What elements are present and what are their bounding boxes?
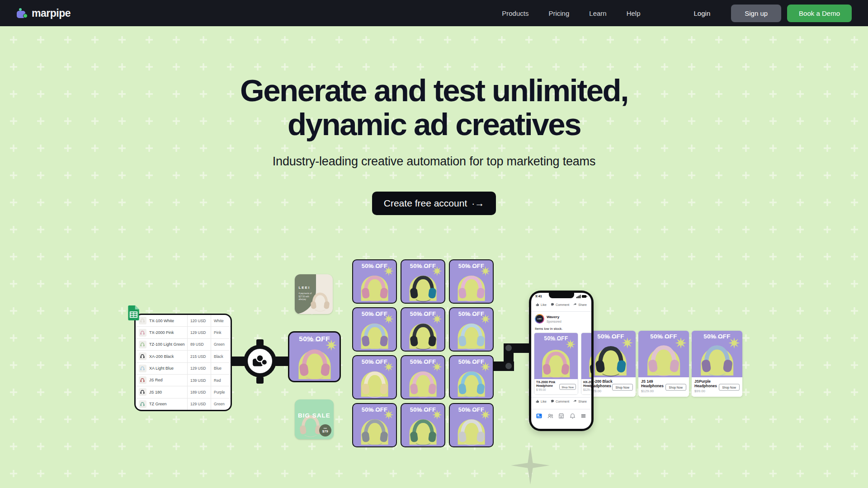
product-name: TX-2000 Pink Headphone: [536, 380, 560, 388]
product-info: TX-2000 Pink Headphone $ 99.00 Shop Now: [534, 379, 578, 394]
product-price: 129 USD: [187, 399, 211, 410]
product-color: Black: [211, 351, 231, 362]
menu-tab-icon: [580, 413, 586, 419]
offer-subtext: select items: [450, 314, 493, 316]
nav-link[interactable]: Help: [627, 9, 641, 17]
spreadsheet-file-icon: [127, 305, 140, 320]
advertiser-name: Wavery: [547, 315, 559, 319]
post-action-row: Like Comment Share: [531, 399, 591, 403]
like-icon: [536, 399, 539, 403]
product-name: HX-2000 Black Headphones: [583, 380, 591, 388]
product-thumbnail-cell: [136, 386, 149, 398]
brand-logo-text: LEEI: [298, 286, 310, 290]
product-thumbnail: [139, 317, 146, 324]
product-name: JS Red: [149, 375, 187, 386]
divider: [531, 397, 591, 398]
product-thumbnail: [139, 352, 146, 360]
connector-dot: [505, 345, 512, 351]
product-price: $129.00: [583, 388, 591, 391]
product-thumbnail: [139, 329, 146, 337]
table-row: TX-2000 Pink 129 USD Pink: [136, 327, 231, 338]
sponsored-label: Sponsored: [547, 320, 561, 323]
ad-variant-tile: 50% OFF select items: [401, 403, 445, 447]
product-name: TZ Green: [149, 399, 187, 410]
headphones-image: [406, 417, 439, 446]
ad-variant-tile: 50% OFF select items: [449, 355, 494, 399]
movie-camera-icon: [252, 354, 268, 368]
table-row: TZ-100 Light Green 89 USD Green: [136, 339, 231, 351]
feed-tab-icon: [536, 413, 542, 419]
product-name: JS 180: [149, 386, 187, 398]
carousel-ad-card-partial: 50% OFF HX-2000 Black Headphones $129.00: [581, 333, 591, 395]
login-link[interactable]: Login: [694, 9, 711, 17]
product-name: TZ-100 Light Green: [149, 339, 187, 350]
book-demo-button[interactable]: Book a Demo: [787, 5, 852, 22]
ad-variant-tile: 50% OFF select items: [352, 403, 397, 447]
create-free-account-button[interactable]: Create free account ·→: [372, 192, 496, 215]
share-action: Share: [573, 399, 587, 403]
product-thumbnail-cell: [136, 399, 149, 410]
phone-mockup: 9:41 Like Comment Share: [529, 291, 594, 431]
phone-bottom-nav: [531, 413, 591, 419]
headphones-image: [406, 273, 439, 302]
advertiser-avatar: LEEI: [535, 314, 544, 324]
marpipe-logo-text: marpipe: [32, 7, 71, 19]
product-price: 129 USD: [187, 327, 211, 338]
ad-variant-tile: 50% OFF select items: [401, 307, 445, 352]
marpipe-logo[interactable]: marpipe: [16, 7, 71, 19]
offer-subtext: select items: [289, 339, 340, 342]
table-row: XA Light Blue 129 USD Blue: [136, 363, 231, 375]
product-thumbnail-cell: [136, 339, 149, 350]
table-row: TX-100 White 120 USD White: [136, 315, 231, 327]
result-ad-card: 50% OFF select items JS 149 Headphones $…: [638, 331, 689, 397]
product-name: TX-100 White: [149, 315, 187, 326]
comment-icon: [551, 399, 554, 403]
headphones-image: [358, 369, 391, 398]
product-thumbnail-cell: [136, 363, 149, 374]
ad-variant-tile: 50% OFF select items: [449, 403, 494, 447]
status-time: 9:41: [535, 294, 542, 298]
big-sale-label: BIG SALE: [295, 412, 334, 419]
nav-link[interactable]: Products: [502, 9, 528, 17]
product-color: White: [211, 315, 231, 326]
headphones-image: [540, 349, 573, 379]
ad-variant-tile: 50% OFF select items: [352, 307, 397, 352]
headphones-image: [406, 369, 439, 398]
product-name: JSPurple Headphones: [694, 380, 719, 389]
creative-generator-node: [244, 345, 276, 377]
price-badge: now $79: [319, 424, 331, 436]
shop-now-button: Shop Now: [665, 384, 686, 390]
offer-subtext: select items: [450, 266, 493, 268]
nav-link[interactable]: Pricing: [548, 9, 569, 17]
offer-subtext: select items: [450, 409, 493, 412]
offer-subtext: select items: [353, 266, 396, 268]
product-price: 89 USD: [187, 339, 211, 350]
avatar-brand-text: LEEI: [536, 315, 543, 323]
nav-link[interactable]: Learn: [589, 9, 606, 17]
cta-label: Create free account: [384, 198, 467, 209]
product-price: 189 USD: [187, 386, 211, 398]
ad-variant-tile: 50% OFF select items: [352, 259, 397, 304]
comment-action: Comment: [551, 399, 569, 403]
product-color: Red: [211, 375, 231, 386]
headphones-image: [455, 369, 487, 398]
badge-price: $79: [322, 429, 328, 433]
sparkle-decoration: [510, 445, 551, 486]
title-line-1: Generate and test unlimited,: [240, 73, 628, 108]
table-row: TZ Green 129 USD Green: [136, 399, 231, 410]
friends-tab-icon: [547, 413, 553, 419]
product-thumbnail-cell: [136, 375, 149, 386]
ad-image: 50% OFF select items: [638, 331, 689, 377]
result-ad-card: 50% OFF select items JSPurple Headphones…: [692, 331, 742, 397]
product-price: 215 USD: [187, 351, 211, 362]
product-color: Pink: [211, 327, 231, 338]
arrow-right-icon: ·→: [472, 198, 484, 209]
offer-subtext: select items: [692, 336, 742, 339]
like-icon: [536, 303, 539, 306]
offer-subtext: select items: [353, 314, 396, 316]
offer-text: 50% OFF: [581, 335, 591, 342]
signup-button[interactable]: Sign up: [731, 5, 781, 22]
product-color: Blue: [211, 363, 231, 374]
product-info: HX-2000 Black Headphones $129.00: [581, 379, 591, 394]
post-action-row: Like Comment Share: [531, 303, 591, 306]
